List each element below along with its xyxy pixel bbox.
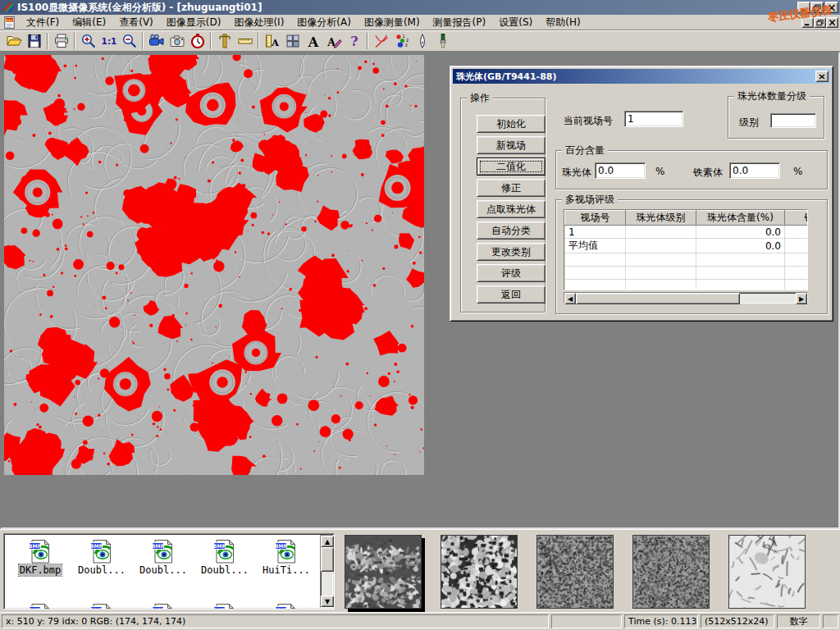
table-header-1[interactable]: 视场号 (565, 211, 626, 226)
menu-item-7[interactable]: 图像测量(M) (358, 16, 427, 30)
file-item-Doubl...[interactable]: BMPDoubl... (195, 538, 254, 576)
rgb-count-icon: 123 (394, 33, 410, 49)
mdi-close-button[interactable] (826, 17, 838, 28)
op-button-8[interactable]: 评级 (477, 264, 546, 282)
close-button[interactable] (825, 2, 838, 13)
svg-text:3: 3 (404, 43, 407, 48)
scroll-left-arrow[interactable]: ◀ (564, 293, 576, 304)
svg-text:BMP: BMP (275, 543, 288, 549)
table-row-4[interactable] (565, 267, 809, 280)
toolbar-timer-button[interactable] (187, 32, 208, 50)
table-row-5[interactable] (565, 280, 809, 291)
op-button-5[interactable]: 点取珠光体 (477, 200, 546, 218)
svg-text:DOC: DOC (6, 17, 14, 21)
mdi-minimize-button[interactable] (801, 17, 814, 28)
op-button-4[interactable]: 修正 (477, 179, 546, 197)
toolbar-measure-text-button[interactable]: A (262, 32, 282, 50)
toolbar-ruler-button[interactable] (235, 32, 255, 50)
ferrite-percent-input[interactable] (729, 162, 780, 179)
menu-item-8[interactable]: 测量报告(P) (427, 16, 493, 30)
menu-item-9[interactable]: 设置(S) (492, 16, 539, 30)
file-item-Doubl...[interactable]: BMPDoubl... (72, 538, 131, 576)
toolbar-caliper-button[interactable] (214, 32, 235, 50)
toolbar-print-button[interactable] (51, 32, 71, 50)
status-cursor-position: x: 510 y: 79 idx: 0 RGB: (174, 174, 174) (2, 614, 549, 628)
dialog-close-button[interactable] (815, 71, 829, 82)
dialog-title-bar[interactable]: 珠光体(GB/T9441-88) (453, 69, 830, 84)
toolbar-save-button[interactable] (24, 32, 44, 50)
table-header-2[interactable]: 珠光体级别 (626, 211, 696, 226)
thumbnail-light-flakes[interactable] (728, 535, 806, 609)
file-item-row2-1[interactable]: BMP (11, 602, 70, 609)
toolbar-image-grid-button[interactable] (282, 32, 303, 50)
op-button-3[interactable]: 二值化 (477, 158, 546, 176)
table-header-4[interactable]: 铁素体 (785, 211, 809, 226)
op-button-1[interactable]: 初始化 (477, 115, 546, 133)
application-window: IS100显微摄像系统(金相分析版) - [zhuguangti01] 枣庄仪器… (0, 0, 840, 630)
menu-item-4[interactable]: 图像显示(D) (160, 16, 228, 30)
grade-input[interactable] (770, 113, 816, 128)
menu-item-10[interactable]: 帮助(H) (539, 16, 587, 30)
op-button-2[interactable]: 新视场 (477, 136, 546, 154)
status-mode: 数字 (777, 614, 820, 628)
op-button-9[interactable]: 返回 (477, 285, 546, 304)
pearlite-percent-input[interactable] (595, 162, 646, 179)
file-list-scrollbar[interactable]: ▲▼ (320, 535, 333, 608)
table-row-2[interactable]: 平均值0.0 (565, 239, 809, 253)
current-view-input[interactable] (624, 111, 683, 127)
table-horizontal-scrollbar[interactable]: ◀ ▶ (564, 292, 808, 304)
thumbnail-speckle-2[interactable] (632, 535, 710, 609)
menu-item-3[interactable]: 查看(V) (112, 16, 160, 30)
restore-button[interactable] (810, 2, 824, 13)
toolbar-curve-tool-button[interactable] (371, 32, 391, 50)
scrollbar-thumb[interactable] (576, 293, 740, 304)
metallograph-image[interactable] (4, 55, 424, 475)
op-button-7[interactable]: 更改类别 (477, 243, 546, 261)
menu-item-2[interactable]: 编辑(E) (66, 16, 112, 30)
table-row-3[interactable] (565, 253, 809, 267)
svg-text:BMP: BMP (152, 543, 165, 549)
scroll-down-arrow[interactable]: ▼ (321, 596, 334, 607)
scroll-up-arrow[interactable]: ▲ (321, 536, 334, 547)
file-item-row2-2[interactable]: BMP (72, 602, 131, 609)
toolbar-photo-camera-button[interactable] (167, 32, 187, 50)
menu-item-6[interactable]: 图像分析(A) (290, 16, 358, 30)
svg-text:BMP: BMP (152, 607, 165, 609)
toolbar-rgb-count-button[interactable]: 123 (391, 32, 412, 50)
thumbnail-coarse-dark[interactable] (345, 535, 422, 609)
toolbar-actual-size-button[interactable]: 1:1 (98, 32, 119, 50)
toolbar-brush-tool-button[interactable] (432, 32, 453, 50)
toolbar-video-camera-button[interactable] (146, 32, 167, 50)
file-item-HuiTi...[interactable]: BMPHuiTi... (257, 538, 316, 576)
table-header-3[interactable]: 珠光体含量(%) (696, 211, 785, 226)
toolbar-zoom-in-button[interactable] (78, 32, 98, 50)
minimize-button[interactable] (797, 2, 810, 13)
file-item-row2-4[interactable]: BMP (195, 602, 254, 609)
table-cell: 平均值 (565, 239, 626, 253)
thumbnail-blotchy[interactable] (441, 535, 518, 609)
toolbar-text-button[interactable]: A (303, 32, 323, 50)
multifield-table[interactable]: 视场号珠光体级别珠光体含量(%)铁素体10.0平均值0.0 (564, 209, 808, 290)
file-item-DKF.bmp[interactable]: BMPDKF.bmp (11, 538, 70, 576)
scrollbar-thumb[interactable] (321, 547, 334, 572)
toolbar-text-edit-button[interactable]: A (323, 32, 344, 50)
toolbar-help-button[interactable]: ? (344, 32, 364, 50)
menu-item-5[interactable]: 图像处理(I) (227, 16, 290, 30)
status-image-size: (512x512x24) (701, 614, 774, 628)
op-button-6[interactable]: 自动分类 (477, 221, 546, 240)
thumbnail-speckle[interactable] (536, 535, 614, 609)
menu-bar: DOC 文件(F)编辑(E)查看(V)图像显示(D)图像处理(I)图像分析(A)… (0, 15, 840, 30)
mdi-restore-button[interactable] (814, 17, 826, 28)
photo-camera-icon (169, 33, 185, 49)
table-row-1[interactable]: 10.0 (565, 226, 809, 239)
file-item-Doubl...[interactable]: BMPDoubl... (134, 538, 193, 576)
scroll-right-arrow[interactable]: ▶ (796, 293, 807, 304)
toolbar-open-button[interactable] (3, 32, 24, 50)
file-item-row2-3[interactable]: BMP (134, 602, 193, 609)
document-icon[interactable]: DOC (2, 16, 16, 30)
svg-text:1:1: 1:1 (101, 36, 116, 46)
toolbar-pen-tool-button[interactable] (412, 32, 432, 50)
menu-item-1[interactable]: 文件(F) (20, 16, 66, 30)
toolbar-zoom-out-button[interactable] (119, 32, 139, 50)
file-item-row2-5[interactable]: BMP (257, 602, 316, 609)
